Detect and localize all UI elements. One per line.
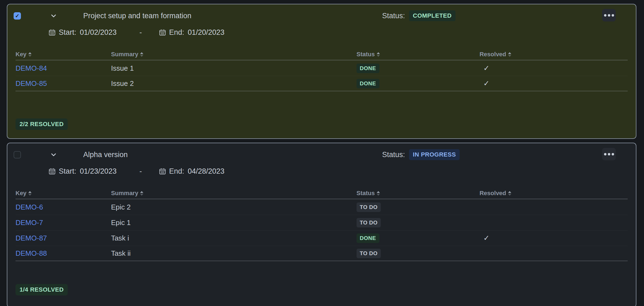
issue-summary: Epic 1 [111, 218, 357, 227]
version-title: Project setup and team formation [83, 12, 191, 20]
card-header: Alpha version Status: IN PROGRESS [7, 143, 636, 159]
version-status-badge: IN PROGRESS [409, 149, 460, 160]
sort-icon [508, 52, 511, 57]
issues-table: Key Summary Status Resolved DEMO-6 Epic … [16, 188, 628, 261]
start-label: Start: [59, 167, 76, 176]
version-card-project-setup: ✓ Project setup and team formation Statu… [7, 4, 636, 139]
version-status: Status: IN PROGRESS [382, 149, 460, 160]
chevron-down-icon [50, 12, 57, 19]
column-header-resolved[interactable]: Resolved [479, 51, 628, 58]
column-header-key[interactable]: Key [16, 51, 111, 58]
issue-status-badge: DONE [357, 79, 379, 88]
table-header-row: Key Summary Status Resolved [16, 49, 628, 60]
start-date: 01/02/2023 [80, 28, 117, 37]
sort-icon [28, 191, 32, 196]
table-row: DEMO-85 Issue 2 DONE ✓ [16, 76, 628, 91]
version-checkbox[interactable] [14, 151, 21, 158]
sort-icon [377, 52, 380, 57]
resolved-check-icon: ✓ [483, 234, 490, 242]
ellipsis-icon [604, 14, 606, 17]
more-actions-button[interactable] [602, 148, 616, 160]
more-actions-button[interactable] [602, 9, 616, 21]
resolved-check-icon: ✓ [483, 79, 490, 88]
issue-key-link[interactable]: DEMO-85 [16, 79, 47, 88]
end-date: 01/20/2023 [188, 28, 224, 37]
card-footer: 2/2 RESOLVED [7, 118, 636, 138]
card-header: ✓ Project setup and team formation Statu… [7, 4, 636, 20]
issue-key-link[interactable]: DEMO-84 [16, 64, 47, 72]
version-checkbox[interactable]: ✓ [14, 12, 21, 20]
start-date: 01/23/2023 [80, 167, 117, 176]
issue-status-badge: DONE [357, 233, 379, 243]
issue-summary: Issue 1 [111, 64, 357, 73]
date-separator: - [140, 167, 142, 176]
calendar-icon [159, 168, 166, 175]
collapse-toggle[interactable] [50, 151, 57, 158]
issue-status-badge: TO DO [357, 202, 381, 212]
table-row: DEMO-7 Epic 1 TO DO ✓ [16, 215, 628, 230]
version-status-badge: COMPLETED [409, 10, 456, 21]
issue-summary: Epic 2 [111, 203, 357, 211]
start-label: Start: [59, 28, 76, 37]
date-separator: - [140, 28, 142, 37]
collapse-toggle[interactable] [50, 12, 57, 19]
issues-table: Key Summary Status Resolved DEMO-84 Issu… [16, 49, 628, 91]
sort-icon [140, 191, 143, 196]
issue-key-link[interactable]: DEMO-88 [16, 249, 47, 257]
column-header-status[interactable]: Status [357, 190, 479, 197]
end-label: End: [169, 28, 184, 37]
end-label: End: [169, 167, 184, 176]
issue-key-link[interactable]: DEMO-7 [16, 218, 43, 227]
card-footer: 1/4 RESOLVED [7, 284, 636, 306]
table-row: DEMO-84 Issue 1 DONE ✓ [16, 60, 628, 76]
issue-summary: Task ii [111, 249, 357, 258]
version-card-alpha-version: Alpha version Status: IN PROGRESS Start:… [7, 143, 636, 306]
sort-icon [140, 52, 143, 57]
table-row: DEMO-6 Epic 2 TO DO ✓ [16, 199, 628, 215]
column-header-summary[interactable]: Summary [111, 51, 357, 58]
resolved-summary-badge: 2/2 RESOLVED [16, 118, 68, 130]
resolved-summary-badge: 1/4 RESOLVED [16, 284, 68, 295]
calendar-icon [159, 29, 166, 36]
version-title: Alpha version [83, 151, 128, 159]
end-date: 04/28/2023 [188, 167, 224, 176]
table-row: DEMO-87 Task i DONE ✓ [16, 230, 628, 246]
issue-status-badge: TO DO [357, 218, 381, 227]
date-range: Start: 01/23/2023 - End: 04/28/2023 [7, 167, 636, 175]
issue-summary: Task i [111, 234, 357, 242]
column-header-resolved[interactable]: Resolved [479, 190, 628, 197]
calendar-icon [48, 29, 56, 36]
issue-summary: Issue 2 [111, 79, 357, 88]
version-status: Status: COMPLETED [382, 10, 456, 21]
date-range: Start: 01/02/2023 - End: 01/20/2023 [7, 28, 636, 36]
chevron-down-icon [50, 151, 57, 158]
table-row: DEMO-88 Task ii TO DO ✓ [16, 246, 628, 261]
column-header-key[interactable]: Key [16, 190, 111, 197]
sort-icon [508, 191, 511, 196]
issue-status-badge: TO DO [357, 249, 381, 258]
table-header-row: Key Summary Status Resolved [16, 188, 628, 199]
issue-status-badge: DONE [357, 64, 379, 73]
status-label: Status: [382, 151, 405, 159]
column-header-status[interactable]: Status [357, 51, 479, 58]
sort-icon [28, 52, 32, 57]
resolved-check-icon: ✓ [483, 64, 490, 72]
column-header-summary[interactable]: Summary [111, 190, 357, 197]
status-label: Status: [382, 12, 405, 20]
issue-key-link[interactable]: DEMO-87 [16, 234, 47, 242]
issue-key-link[interactable]: DEMO-6 [16, 203, 43, 211]
ellipsis-icon [604, 153, 606, 155]
calendar-icon [48, 168, 56, 175]
sort-icon [377, 191, 380, 196]
